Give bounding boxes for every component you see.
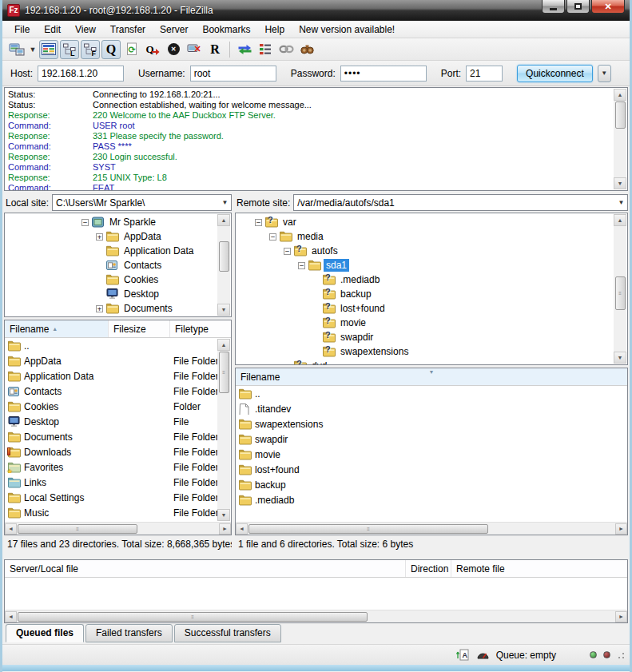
menu-item-edit[interactable]: Edit	[37, 22, 68, 37]
scroll-down-icon[interactable]: ▼	[217, 304, 230, 316]
local-tree-item-documents[interactable]: +Documents	[5, 301, 231, 316]
remote-column-header-filename[interactable]: Filename▼	[236, 368, 627, 385]
remote-file-row-swapdir[interactable]: swapdir	[236, 431, 627, 447]
remote-file-row-titandev[interactable]: .titandev	[236, 401, 627, 416]
tab-successful-transfers[interactable]: Successful transfers	[174, 624, 281, 642]
local-file-row-local-settings[interactable]: Local SettingsFile Folder	[5, 490, 231, 505]
tree-item-label[interactable]: swapdir	[338, 331, 376, 344]
local-tree-scrollbar[interactable]: ▲ ▼	[217, 214, 230, 316]
local-list-scrollbar[interactable]: ▲ ≡ ▼	[217, 339, 230, 521]
chevron-down-icon[interactable]: ▼	[615, 195, 627, 210]
tree-item-label[interactable]: autofs	[309, 245, 340, 257]
tree-item-label[interactable]: Application Data	[121, 245, 196, 257]
collapse-icon[interactable]: −	[298, 262, 305, 269]
queue-hscrollbar[interactable]: ◄ ≡ ►	[5, 610, 627, 622]
scroll-up-icon[interactable]: ▲	[217, 214, 230, 226]
minimize-button[interactable]	[542, 0, 565, 14]
menu-item-view[interactable]: View	[68, 22, 103, 37]
tree-item-label[interactable]: Mr Sparkle	[107, 216, 158, 229]
scroll-right-icon[interactable]: ►	[615, 523, 627, 535]
toolbar-refresh-button[interactable]: ⟳	[122, 40, 141, 59]
username-input[interactable]	[190, 66, 276, 82]
scroll-up-icon[interactable]: ▲	[614, 89, 626, 101]
toolbar-view-filters-button[interactable]	[256, 40, 275, 59]
resize-grip[interactable]	[617, 651, 625, 659]
scroll-left-icon[interactable]: ◄	[5, 523, 17, 535]
remote-file-row-backup[interactable]: backup	[236, 477, 627, 492]
remote-tree-item-sda1[interactable]: −sda1	[236, 258, 627, 272]
tree-item-label[interactable]: Cookies	[121, 273, 161, 286]
local-tree-item-contacts[interactable]: Contacts	[5, 258, 231, 272]
scroll-down-icon[interactable]: ▼	[614, 352, 626, 364]
local-tree-item-application-data[interactable]: Application Data	[5, 244, 231, 258]
toolbar-site-manager-dropdown[interactable]: ▼	[28, 40, 38, 59]
remote-file-list[interactable]: Filename▼ ...titandevswapextensionsswapd…	[235, 368, 628, 535]
scroll-up-icon[interactable]: ▲	[217, 339, 230, 351]
toolbar-directory-comparison-button[interactable]	[235, 40, 254, 59]
local-file-row-documents[interactable]: DocumentsFile Folder	[5, 429, 231, 444]
tree-item-label[interactable]: Contacts	[121, 259, 164, 272]
close-button[interactable]: ✕	[591, 0, 625, 14]
quickconnect-button[interactable]: Quickconnect	[517, 65, 593, 82]
remote-tree-item-movie[interactable]: ?movie	[236, 316, 627, 330]
toolbar-process-queue-button[interactable]: Q	[143, 40, 162, 59]
scrollbar-thumb[interactable]: ≡	[248, 524, 488, 534]
tree-item-label[interactable]: backup	[338, 288, 374, 300]
transfer-queue[interactable]: Server/Local fileDirectionRemote file ◄ …	[4, 559, 628, 623]
scroll-left-icon[interactable]: ◄	[236, 523, 248, 535]
tree-item-label[interactable]: var	[280, 216, 299, 229]
local-file-row-links[interactable]: LinksFile Folder	[5, 475, 231, 490]
menu-item-bookmarks[interactable]: Bookmarks	[195, 22, 257, 37]
remote-file-row-mediadb[interactable]: .mediadb	[236, 492, 627, 507]
local-tree-item-downloads[interactable]: +Downloads	[5, 316, 231, 317]
menu-item-file[interactable]: File	[7, 22, 37, 37]
collapse-icon[interactable]: −	[81, 219, 89, 226]
toolbar-reconnect-button[interactable]: R	[205, 40, 225, 59]
maximize-button[interactable]	[566, 0, 590, 14]
tree-item-label[interactable]: movie	[338, 316, 368, 329]
local-file-row-contacts[interactable]: ContactsFile Folder	[5, 384, 231, 399]
tree-item-label[interactable]: lost+found	[338, 302, 388, 315]
remote-list-hscrollbar[interactable]: ◄ ≡ ►	[236, 522, 627, 535]
tree-item-label[interactable]: media	[295, 230, 326, 243]
queue-column-header-direction[interactable]: Direction	[406, 560, 451, 577]
local-column-header-filetype[interactable]: Filetype	[170, 320, 231, 337]
remote-file-row-movie[interactable]: movie	[236, 447, 627, 462]
toolbar-toggle-local-tree-button[interactable]: L	[60, 40, 79, 59]
remote-tree-item-autofs[interactable]: −?autofs	[236, 244, 627, 258]
local-column-header-filesize[interactable]: Filesize	[109, 320, 170, 337]
scroll-down-icon[interactable]: ▼	[217, 509, 230, 521]
remote-site-combo[interactable]: /var/media/autofs/sda1 ▼	[293, 194, 628, 211]
expand-icon[interactable]: +	[96, 305, 103, 312]
message-log-scrollbar[interactable]: ▲ ▼	[614, 89, 626, 189]
expand-icon[interactable]: +	[96, 233, 103, 241]
scrollbar-thumb[interactable]: ≡	[18, 612, 368, 622]
local-file-row-desktop[interactable]: DesktopFile	[5, 414, 231, 429]
port-input[interactable]	[466, 66, 503, 82]
toolbar-cancel-button[interactable]: ✕	[164, 40, 183, 59]
password-input[interactable]	[340, 66, 427, 82]
tree-item-label[interactable]: Desktop	[121, 288, 161, 300]
toolbar-toggle-queue-button[interactable]: Q	[101, 40, 121, 59]
menu-item-help[interactable]: Help	[257, 22, 292, 37]
scrollbar-thumb[interactable]	[615, 101, 626, 129]
tree-item-label[interactable]: swapextensions	[338, 345, 411, 358]
toolbar-site-manager-button[interactable]	[7, 40, 26, 59]
collapse-icon[interactable]: −	[255, 219, 262, 226]
local-file-row-appdata[interactable]: AppDataFile Folder	[5, 353, 231, 368]
local-site-combo[interactable]: C:\Users\Mr Sparkle\ ▼	[52, 194, 232, 211]
tab-queued-files[interactable]: Queued files	[6, 624, 84, 642]
menu-item-transfer[interactable]: Transfer	[103, 22, 153, 37]
message-log[interactable]: Status:Connecting to 192.168.1.20:21...S…	[4, 87, 628, 191]
local-tree-item-appdata[interactable]: +AppData	[5, 229, 231, 244]
remote-tree-item-lost-found[interactable]: ?lost+found	[236, 301, 627, 316]
tab-failed-transfers[interactable]: Failed transfers	[85, 624, 173, 642]
local-tree-item-cookies[interactable]: Cookies	[5, 272, 231, 287]
local-file-row-[interactable]: ..	[5, 338, 231, 353]
tree-item-label[interactable]: .mediadb	[338, 273, 382, 286]
menu-item-server[interactable]: Server	[153, 22, 195, 37]
tree-item-label[interactable]: AppData	[121, 230, 164, 243]
local-column-header-filename[interactable]: Filename▲	[5, 320, 109, 337]
toolbar-disconnect-button[interactable]: ✕	[185, 40, 204, 59]
local-list-hscrollbar[interactable]: ◄ ≡ ►	[5, 522, 231, 535]
